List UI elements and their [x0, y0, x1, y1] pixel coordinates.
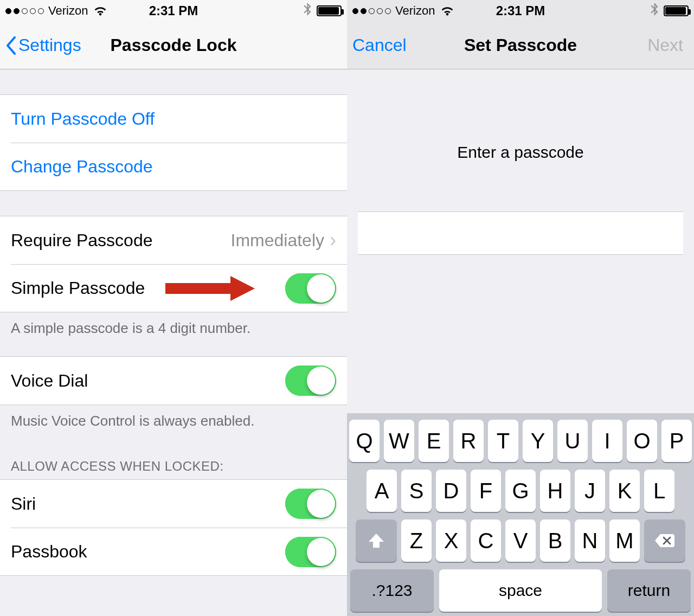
backspace-key[interactable]	[644, 519, 685, 562]
key-f[interactable]: F	[471, 470, 501, 512]
key-w[interactable]: W	[384, 420, 414, 462]
voice-dial-toggle[interactable]	[285, 365, 336, 396]
passbook-row: Passbook	[11, 528, 347, 575]
back-button[interactable]: Settings	[5, 22, 81, 69]
battery-icon	[664, 5, 689, 16]
siri-row: Siri	[0, 480, 347, 528]
key-e[interactable]: E	[419, 420, 449, 462]
signal-strength-icon	[352, 8, 391, 14]
siri-toggle[interactable]	[285, 489, 336, 519]
key-y[interactable]: Y	[523, 420, 553, 462]
turn-passcode-off-button[interactable]: Turn Passcode Off	[0, 95, 347, 143]
set-passcode-screen: Verizon 2:31 PM Cancel Set Passcode Next…	[347, 0, 694, 616]
key-j[interactable]: J	[575, 470, 605, 512]
bluetooth-icon	[304, 3, 311, 19]
passcode-lock-screen: Verizon 2:31 PM Settings Passcode Lock T…	[0, 0, 347, 616]
nav-title: Set Passcode	[464, 35, 577, 55]
chevron-left-icon	[5, 36, 16, 55]
key-k[interactable]: K	[609, 470, 640, 512]
key-h[interactable]: H	[540, 470, 570, 512]
voice-dial-row: Voice Dial	[0, 357, 347, 405]
key-q[interactable]: Q	[349, 420, 380, 462]
passcode-prompt-area: Enter a passcode	[347, 69, 694, 255]
key-g[interactable]: G	[505, 470, 536, 512]
carrier-label: Verizon	[48, 4, 88, 18]
key-s[interactable]: S	[401, 470, 432, 512]
key-t[interactable]: T	[488, 420, 518, 462]
wifi-icon	[93, 5, 107, 16]
shift-key[interactable]	[356, 519, 397, 562]
nav-bar: Settings Passcode Lock	[0, 22, 347, 69]
return-key[interactable]: return	[607, 569, 691, 612]
back-label: Settings	[18, 35, 81, 55]
passbook-toggle[interactable]	[285, 537, 336, 567]
status-bar: Verizon 2:31 PM	[347, 0, 694, 22]
key-b[interactable]: B	[540, 519, 570, 562]
clock-label: 2:31 PM	[496, 3, 545, 18]
chevron-right-icon: ›	[330, 229, 336, 252]
key-d[interactable]: D	[436, 470, 466, 512]
cancel-button[interactable]: Cancel	[352, 22, 407, 69]
simple-passcode-row: Simple Passcode	[11, 264, 347, 312]
key-l[interactable]: L	[644, 470, 674, 512]
keyboard: QWERTYUIOP ASDFGHJKL ZXCVBNM .?123 space…	[347, 413, 694, 616]
voice-dial-label: Voice Dial	[11, 371, 285, 391]
nav-title: Passcode Lock	[111, 35, 237, 55]
key-n[interactable]: N	[575, 519, 605, 562]
key-a[interactable]: A	[367, 470, 397, 512]
siri-label: Siri	[11, 494, 285, 514]
space-key[interactable]: space	[439, 569, 602, 612]
simple-passcode-label: Simple Passcode	[11, 278, 285, 298]
key-x[interactable]: X	[436, 519, 466, 562]
simple-passcode-footer: A simple passcode is a 4 digit number.	[0, 312, 347, 344]
carrier-label: Verizon	[395, 4, 435, 18]
key-i[interactable]: I	[592, 420, 622, 462]
voice-dial-footer: Music Voice Control is always enabled.	[0, 405, 347, 437]
require-passcode-row[interactable]: Require Passcode Immediately ›	[0, 216, 347, 264]
simple-passcode-toggle[interactable]	[285, 273, 336, 304]
nav-bar: Cancel Set Passcode Next	[347, 22, 694, 69]
allow-access-heading: ALLOW ACCESS WHEN LOCKED:	[0, 437, 347, 479]
require-passcode-label: Require Passcode	[11, 230, 231, 251]
key-z[interactable]: Z	[401, 519, 432, 562]
passcode-prompt-label: Enter a passcode	[347, 143, 694, 162]
passbook-label: Passbook	[11, 542, 285, 562]
bluetooth-icon	[651, 3, 658, 19]
status-bar: Verizon 2:31 PM	[0, 0, 347, 22]
battery-icon	[317, 5, 342, 16]
clock-label: 2:31 PM	[149, 3, 198, 18]
passcode-input[interactable]	[358, 211, 683, 255]
keyboard-switch-key[interactable]: .?123	[350, 569, 434, 612]
key-r[interactable]: R	[453, 420, 484, 462]
key-m[interactable]: M	[609, 519, 640, 562]
next-button[interactable]: Next	[647, 22, 683, 69]
key-c[interactable]: C	[471, 519, 501, 562]
change-passcode-button[interactable]: Change Passcode	[11, 143, 347, 190]
key-o[interactable]: O	[627, 420, 657, 462]
wifi-icon	[440, 5, 454, 16]
key-p[interactable]: P	[661, 420, 692, 462]
settings-list: Turn Passcode Off Change Passcode Requir…	[0, 69, 347, 616]
signal-strength-icon	[5, 8, 44, 14]
key-v[interactable]: V	[505, 519, 536, 562]
require-passcode-value: Immediately	[231, 230, 325, 251]
key-u[interactable]: U	[557, 420, 588, 462]
